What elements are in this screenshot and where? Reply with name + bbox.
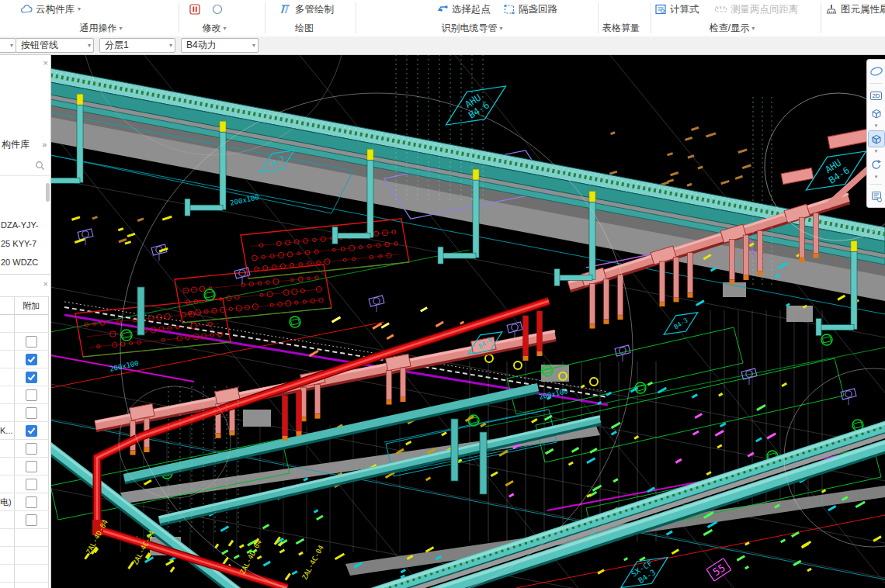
calc-formula-button[interactable]: 计算式 bbox=[654, 2, 699, 16]
attach-checkbox[interactable] bbox=[26, 496, 37, 508]
multi-pipe-icon bbox=[279, 3, 292, 16]
measure-label: 测量两点间距离 bbox=[731, 3, 799, 16]
attach-panel: × 附加 K...电) bbox=[0, 275, 51, 588]
select-start-point-button[interactable]: 选择起点 bbox=[436, 2, 491, 16]
orbit-view-button[interactable] bbox=[869, 64, 884, 79]
attach-row bbox=[0, 476, 49, 493]
rotate-view-button[interactable] bbox=[869, 157, 884, 172]
ribbon: 云构件库 ▾ 通用操作▾ 修改▾ bbox=[0, 0, 885, 37]
attach-row-cell bbox=[15, 565, 49, 582]
attach-row-cell bbox=[15, 493, 49, 510]
calc-icon bbox=[654, 3, 667, 16]
attach-row bbox=[0, 565, 49, 583]
attach-row-label bbox=[0, 583, 15, 588]
attach-checkbox[interactable] bbox=[26, 514, 37, 526]
mini-dropdown[interactable]: ▾ bbox=[0, 38, 16, 53]
viewport-label: AHUB4-6 bbox=[437, 72, 515, 138]
divider bbox=[651, 2, 651, 33]
modify-circle-button[interactable] bbox=[211, 2, 224, 16]
scrollbar-thumb[interactable] bbox=[46, 183, 50, 202]
3d-viewport[interactable]: AHUB4-6AHUB4-6B4-3B4-3B4-6SX-CFB4-355ZAL… bbox=[50, 54, 885, 588]
2d-view-button[interactable]: 2D bbox=[869, 88, 884, 103]
quick-toolbar: ▾ 按钮管线 ▾ 分层1 ▾ B4动力 ▾ bbox=[0, 36, 885, 55]
divider bbox=[870, 184, 882, 185]
attach-checkbox[interactable] bbox=[26, 372, 37, 383]
attach-row-label bbox=[0, 547, 15, 564]
attach-row-label: 电) bbox=[0, 493, 15, 510]
chevron-down-icon[interactable]: ▾ bbox=[875, 174, 878, 179]
attach-row-label bbox=[0, 386, 15, 403]
group-identify-conduit[interactable]: 识别电缆导管▾ bbox=[441, 22, 502, 35]
property-brush-label: 图元属性刷 bbox=[841, 3, 885, 16]
chevron-down-icon: ▾ bbox=[10, 43, 13, 49]
measure-two-points-button: 测量两点间距离 bbox=[714, 2, 799, 16]
attach-row-label bbox=[0, 368, 15, 386]
attach-row bbox=[0, 511, 49, 529]
chevron-down-icon[interactable]: ▾ bbox=[875, 148, 878, 154]
library-item[interactable]: DZA-YJY- bbox=[0, 216, 50, 234]
attach-checkbox[interactable] bbox=[26, 407, 37, 419]
attach-checkbox[interactable] bbox=[26, 443, 37, 455]
attach-row-cell bbox=[15, 529, 49, 546]
group-draw: 绘图 bbox=[295, 22, 314, 35]
expand-panel-icon[interactable]: » bbox=[42, 140, 47, 149]
attach-row-cell bbox=[15, 583, 49, 588]
attach-row-label bbox=[0, 529, 15, 546]
multi-pipe-label: 多管绘制 bbox=[295, 3, 334, 16]
attach-header-row: 附加 bbox=[0, 296, 49, 315]
attach-row-cell bbox=[15, 333, 49, 350]
layer-dropdown[interactable]: 分层1 ▾ bbox=[99, 38, 175, 53]
attach-row-label bbox=[0, 511, 15, 528]
svg-text:B4-3: B4-3 bbox=[673, 316, 689, 330]
layer-value: 分层1 bbox=[105, 39, 129, 52]
attach-checkbox[interactable] bbox=[26, 389, 37, 401]
attach-header-col1 bbox=[0, 297, 15, 314]
measure-icon bbox=[714, 3, 727, 16]
details-list-icon bbox=[870, 190, 883, 202]
group-modify[interactable]: 修改▾ bbox=[202, 22, 226, 35]
cloud-library-button[interactable]: 云构件库 ▾ bbox=[20, 2, 81, 16]
view-details-button[interactable] bbox=[869, 189, 884, 204]
attach-table: 附加 K...电) bbox=[0, 296, 49, 588]
search-icon bbox=[35, 161, 45, 171]
attach-row-cell bbox=[15, 351, 49, 368]
multi-pipe-draw-button[interactable]: 多管绘制 bbox=[279, 2, 334, 16]
library-item[interactable]: 20 WDZC bbox=[0, 253, 50, 272]
close-icon[interactable]: × bbox=[43, 280, 48, 289]
attach-row-label bbox=[0, 565, 15, 582]
system-dropdown[interactable]: B4动力 ▾ bbox=[181, 38, 259, 53]
cube-view-button[interactable] bbox=[869, 105, 884, 121]
attach-row bbox=[0, 315, 49, 333]
pipe-mode-dropdown[interactable]: 按钮管线 ▾ bbox=[16, 38, 94, 53]
attach-row-label bbox=[0, 458, 15, 475]
library-item[interactable]: 25 KYY-7 bbox=[0, 234, 50, 253]
attach-checkbox[interactable] bbox=[26, 336, 37, 348]
group-general-ops[interactable]: 通用操作▾ bbox=[79, 22, 122, 35]
chevron-down-icon: ▾ bbox=[78, 6, 81, 12]
modify-pause-button[interactable] bbox=[189, 2, 202, 16]
attach-checkbox[interactable] bbox=[26, 479, 37, 490]
loop-icon bbox=[503, 3, 515, 16]
chevron-down-icon: ▾ bbox=[169, 43, 172, 49]
attach-checkbox[interactable] bbox=[26, 425, 37, 437]
divider bbox=[356, 2, 356, 33]
attach-checkbox[interactable] bbox=[26, 461, 37, 472]
attach-row-cell bbox=[15, 511, 49, 528]
rotate-icon bbox=[870, 158, 883, 171]
chevron-down-icon[interactable]: ▾ bbox=[875, 123, 878, 128]
cube-3d-view-button[interactable] bbox=[869, 131, 884, 147]
attach-row-label bbox=[0, 315, 15, 332]
group-check-display[interactable]: 检查/显示▾ bbox=[710, 22, 755, 35]
search-box[interactable] bbox=[0, 157, 50, 176]
pause-icon bbox=[189, 3, 202, 16]
chevron-down-icon: ▾ bbox=[751, 26, 755, 32]
isolate-loop-button[interactable]: 隔盏回路 bbox=[503, 2, 557, 16]
group-table-quantity[interactable]: 表格算量 bbox=[602, 22, 640, 35]
3d-viewport-canvas[interactable]: AHUB4-6AHUB4-6B4-3B4-3B4-6SX-CFB4-355ZAL… bbox=[50, 54, 885, 588]
divider bbox=[265, 2, 266, 33]
attach-checkbox[interactable] bbox=[26, 354, 37, 365]
app-window: 云构件库 ▾ 通用操作▾ 修改▾ bbox=[0, 0, 885, 588]
property-brush-button[interactable]: 图元属性刷 bbox=[825, 2, 885, 16]
attach-row-cell bbox=[15, 547, 49, 564]
close-icon[interactable]: × bbox=[43, 59, 48, 67]
